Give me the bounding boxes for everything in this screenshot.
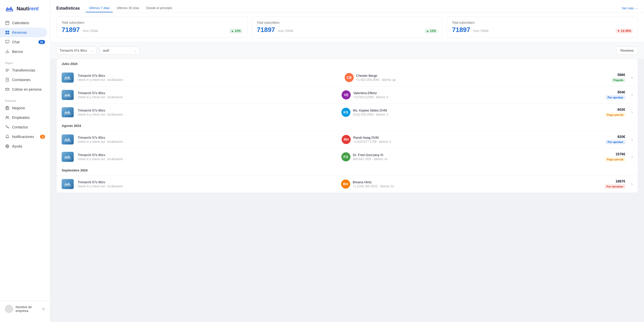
booking-amount-section: 586€ Pagada [612,73,625,82]
avatar-initials: KS [341,108,350,117]
tab-principio[interactable]: Desde el principio [143,4,175,12]
sidebar-item-label: Calendario [12,21,29,25]
customer-text: Chester Berge +1-402-293-3094 · idioma: … [356,74,396,82]
stat-value-2: 71897 [452,26,470,34]
stat-value-row-2: 71897 from 70946 ▼ 12.35% [452,26,633,34]
stat-badge-0: ▲ 12% [229,29,242,33]
sidebar-item-chat[interactable]: Chat 21 [0,37,50,47]
stats-title: Estadísticas [56,6,80,11]
customer-phone: +1 (234) 265-4522 · idioma: ho [353,185,394,188]
sidebar-item-label: Cobrar en persona [12,87,42,91]
chevron-right-icon: › [631,155,633,159]
sidebar-item-cobrar[interactable]: Cobrar en persona [0,85,50,94]
chevron-down-icon: ⌄ [91,49,93,52]
list-icon [5,68,10,73]
boat-thumbnail [62,152,74,162]
month-header-1: Agosto 2024 [57,121,638,131]
table-row[interactable]: Trimarchi 57s 90cv check in y check out … [57,131,638,148]
boat-details: check in y check out · localizacion [78,157,337,161]
sidebar-item-label: Empleados [12,116,30,120]
sidebar-item-empleados[interactable]: Empleados [0,113,50,122]
month-section-0: Julio 2024 Trimarchi 57s 90cv check in y… [57,59,638,121]
sidebar-item-label: Comisiones [12,78,30,82]
month-section-1: Agosto 2024 Trimarchi 57s 90cv check in … [57,121,638,165]
sidebar-item-negocio[interactable]: Negocio [0,103,50,113]
chevron-down-icon-2: ⌄ [134,49,137,52]
building-icon [5,106,10,110]
sidebar-item-notificaciones[interactable]: Notificaciones 3 [0,132,50,141]
sidebar-item-comisiones[interactable]: Comisiones [0,75,50,85]
empresa-label: Empresa [0,96,50,103]
customer-text: Randi Haag DVM +1-620-677-1799 · idioma:… [353,136,391,144]
svg-rect-7 [8,31,9,32]
svg-rect-0 [6,10,7,11]
employees-icon [5,115,10,120]
customer-text: Breana Hintz +1 (234) 265-4522 · idioma:… [353,180,394,188]
table-row[interactable]: Trimarchi 57s 90cv check in y check out … [57,175,638,193]
customer-phone: +1-402-293-3094 · idioma: ga [356,78,396,82]
month-header-0: Julio 2024 [57,59,638,69]
chevron-right-icon: › [631,75,633,80]
reset-button[interactable]: Resetear [616,46,638,55]
month-section-2: Septiembre 2024 Trimarchi 57s 90cv check… [57,165,638,193]
boat-info: Trimarchi 57s 90cv check in y check out … [78,153,337,161]
boat-name: Trimarchi 57s 90cv [78,136,338,139]
stat-label-2: Total subscribers [452,21,633,24]
avatar: BH [341,180,350,189]
tab-30dias[interactable]: Últimos 30 días [114,4,142,12]
sidebar-item-reservas[interactable]: Reservas [0,28,47,37]
svg-rect-18 [6,88,9,91]
svg-point-27 [6,145,9,148]
avatar: FG [341,152,350,161]
svg-rect-20 [6,107,9,110]
file-icon [5,78,10,82]
boat-details: check in y check out · localizacion [78,185,337,188]
stat-value-0: 71897 [62,26,80,34]
boat-name: Trimarchi 57s 90cv [78,91,338,95]
grid-icon [5,30,10,35]
stat-value-row-0: 71897 from 70946 ▲ 12% [62,26,242,34]
svg-rect-15 [6,78,9,82]
stats-tabs: Últimos 7 días Últimos 30 días Desde el … [86,4,622,12]
boat-thumbnail [62,73,74,83]
chevron-right-icon: › [631,93,633,97]
sidebar-item-calendario[interactable]: Calendario [0,18,50,28]
table-row[interactable]: Trimarchi 57s 90cv check in y check out … [57,86,638,104]
boat-info: Trimarchi 57s 90cv check in y check out … [78,109,337,116]
filter-boat-value: Trimarchi 57s 90cv [60,49,87,52]
boat-name: Trimarchi 57s 90cv [78,74,341,78]
logo: Nautirent [0,5,50,18]
boat-info: Trimarchi 57s 90cv check in y check out … [78,74,341,82]
pagos-label: Pagos [0,58,50,65]
customer-text: Ms. Kaylee Skiles DVM (314) 919-2953 · i… [353,109,388,116]
table-row[interactable]: Trimarchi 57s 90cv check in y check out … [57,69,638,86]
customer-name: Chester Berge [356,74,396,78]
svg-point-25 [6,116,8,118]
table-row[interactable]: Trimarchi 57s 90cv check in y check out … [57,148,638,165]
booking-amount: 586€ [618,73,625,77]
stats-tabs-row: Estadísticas Últimos 7 días Últimos 30 d… [56,4,638,12]
svg-rect-2 [6,21,9,25]
filter-extra-select[interactable]: asdf ⌄ [100,46,140,55]
sidebar-item-transferencias[interactable]: Transferencias [0,65,50,75]
stat-label-0: Total subscribers [62,21,242,24]
status-badge: Pago parcial [605,113,625,117]
ver-mas-link[interactable]: Ver más → [622,6,638,10]
stat-from-2: from 70946 [473,29,489,33]
sidebar-item-ayuda[interactable]: Ayuda [0,141,50,151]
company-footer[interactable]: Nombre de empresa ⇅ [0,301,50,317]
status-badge: Por devolver [605,184,625,189]
boat-details: check in y check out · localizacion [78,95,338,99]
company-name: Nombre de empresa [16,305,39,313]
tab-7dias[interactable]: Últimos 7 días [86,4,112,12]
table-row[interactable]: Trimarchi 57s 90cv check in y check out … [57,104,638,121]
customer-phone: +12792212309 · idioma: tl [353,95,388,99]
sidebar-item-contactos[interactable]: Contactos [0,122,50,132]
sidebar-item-barcos[interactable]: Barcos [0,47,50,56]
svg-rect-6 [6,31,7,32]
booking-amount-section: 820€ Por aprobar [606,135,625,144]
expand-icon: ⇅ [42,307,45,311]
customer-info: KS Ms. Kaylee Skiles DVM (314) 919-2953 … [341,108,601,117]
filter-boat-select[interactable]: Trimarchi 57s 90cv ⌄ [56,46,97,55]
chat-icon [5,40,10,44]
